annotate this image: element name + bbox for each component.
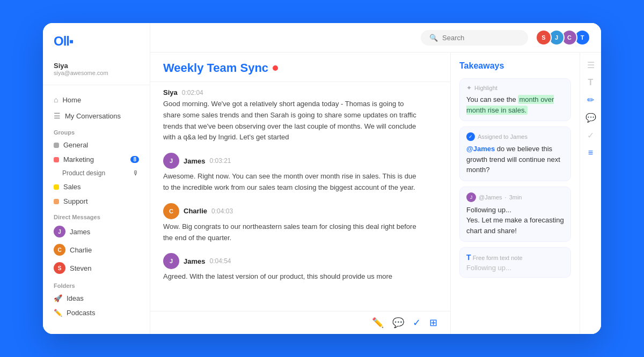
steven-dm-label: Steven [70, 264, 91, 272]
groups-section-title: Groups [43, 124, 150, 138]
sidebar-item-general[interactable]: General [43, 138, 150, 152]
steven-dm-avatar: S [54, 262, 65, 274]
message-sender: Charlie [184, 207, 207, 215]
conversation-panel: Weekly Team Sync Siya 0:02:04 Good morni… [150, 53, 451, 334]
highlight-label-text: Highlight [474, 85, 497, 91]
rt-bullets-icon[interactable]: ≡ [588, 148, 593, 158]
message-header-charlie: C Charlie 0:04:03 [163, 203, 437, 219]
mic-icon: 🎙 [133, 169, 139, 177]
app-container: Oll▪ Siya siya@awesome.com ⌂ Home ☰ My C… [43, 23, 601, 334]
highlight-label-icon: ✦ [466, 84, 472, 92]
james-dm-avatar: J [54, 226, 65, 237]
assigned-text: @James do we believe this growth trend w… [466, 144, 564, 175]
takeaways-panel: Takeaways ✦ Highlight You can see the mo… [451, 53, 580, 334]
dm-item-steven[interactable]: S Steven [43, 259, 150, 277]
chat-toolbar: ✏️ 💬 ✓ ⊞ [150, 311, 450, 334]
message-avatar: C [163, 203, 179, 219]
folder-item-podcasts[interactable]: ✏️ Podcasts [43, 306, 150, 320]
sidebar: Oll▪ Siya siya@awesome.com ⌂ Home ☰ My C… [43, 23, 150, 334]
comment-tool-icon[interactable]: 💬 [392, 317, 404, 329]
message-sender: James [184, 157, 205, 165]
chat-area: Weekly Team Sync Siya 0:02:04 Good morni… [150, 53, 601, 334]
charlie-dm-avatar: C [54, 244, 65, 256]
dm-item-james[interactable]: J James [43, 222, 150, 241]
ideas-label: Ideas [67, 294, 84, 302]
highlight-tool-icon[interactable]: ✏️ [372, 317, 384, 329]
comment-time: 3min [509, 194, 522, 200]
assigned-icon: ✓ [466, 132, 475, 141]
note-label: T Free form text note [466, 253, 564, 262]
sidebar-nav: ⌂ Home ☰ My Conversations Groups General… [43, 85, 150, 326]
highlight-text: You can see the month over month rise in… [466, 94, 564, 115]
message-sender: Siya [163, 88, 178, 96]
mention-james: @James [466, 145, 495, 153]
general-dot [54, 143, 59, 148]
james-dm-label: James [70, 228, 90, 236]
ideas-icon: 🚀 [54, 294, 62, 302]
message-text: Good morning. We've got a relatively sho… [163, 99, 421, 143]
search-icon: 🔍 [429, 34, 438, 42]
folder-item-ideas[interactable]: 🚀 Ideas [43, 291, 150, 306]
conversation-header: Weekly Team Sync [150, 53, 450, 82]
product-design-label: Product design [62, 169, 105, 177]
conversation-title: Weekly Team Sync [163, 61, 437, 75]
folders-section-title: Folders [43, 277, 150, 291]
header-avatars: S J C T [539, 29, 590, 46]
marketing-label: Marketing [63, 155, 94, 163]
message-avatar: J [163, 153, 179, 169]
note-t-icon: T [466, 253, 471, 262]
user-email: siya@awesome.com [54, 70, 139, 76]
rt-check-icon[interactable]: ✓ [587, 130, 594, 140]
takeaway-note-card: T Free form text note Following up... [459, 247, 571, 278]
comment-body: Yes. Let me make a forecasting chart and… [466, 215, 564, 236]
main-content: 🔍 S J C T Weekly Team Sync [150, 23, 601, 334]
conversation-title-text: Weekly Team Sync [163, 61, 268, 75]
podcasts-label: Podcasts [67, 309, 95, 317]
highlight-label: ✦ Highlight [466, 84, 564, 92]
note-label-text: Free form text note [473, 255, 523, 261]
comment-meta: J @James · 3min [466, 192, 564, 202]
sidebar-item-home[interactable]: ⌂ Home [43, 92, 150, 108]
sidebar-item-sales[interactable]: Sales [43, 180, 150, 194]
image-tool-icon[interactable]: ⊞ [429, 317, 437, 329]
sidebar-item-marketing[interactable]: Marketing 8 [43, 152, 150, 167]
rt-highlight-icon[interactable]: ✏ [587, 95, 594, 105]
home-icon: ⌂ [54, 95, 58, 104]
assigned-label-text: Assigned to James [478, 133, 528, 140]
header: 🔍 S J C T [150, 23, 601, 53]
message-time: 0:03:21 [209, 157, 231, 165]
comment-avatar: J [466, 192, 476, 202]
dm-item-charlie[interactable]: C Charlie [43, 241, 150, 259]
sidebar-item-support[interactable]: Support [43, 194, 150, 209]
sidebar-item-product-design[interactable]: Product design 🎙 [43, 167, 150, 180]
note-placeholder[interactable]: Following up... [466, 264, 564, 272]
sales-dot [54, 184, 59, 190]
message-time: 0:02:04 [182, 89, 203, 96]
avatar-1: S [536, 29, 552, 46]
support-dot [54, 199, 59, 204]
podcasts-icon: ✏️ [54, 309, 62, 317]
message-header-james: J James 0:03:21 [163, 153, 437, 169]
rt-comment-icon[interactable]: 💬 [586, 113, 596, 123]
dm-section-title: Direct Messages [43, 209, 150, 222]
right-toolbar: ☰ T ✏ 💬 ✓ ≡ [580, 53, 601, 334]
logo-area: Oll▪ [43, 32, 150, 57]
check-tool-icon[interactable]: ✓ [413, 317, 421, 329]
message-time: 0:04:03 [211, 207, 233, 215]
sidebar-item-home-label: Home [62, 96, 81, 104]
rt-text-icon[interactable]: T [588, 78, 594, 87]
sidebar-item-my-conversations[interactable]: ☰ My Conversations [43, 108, 150, 124]
table-row: Siya 0:02:04 Good morning. We've got a r… [163, 88, 437, 143]
search-bar[interactable]: 🔍 [421, 30, 528, 46]
rt-list-icon[interactable]: ☰ [587, 60, 595, 70]
sidebar-item-my-conversations-label: My Conversations [65, 112, 121, 120]
takeaways-title: Takeaways [459, 61, 571, 71]
sales-label: Sales [63, 183, 81, 191]
comment-author: @James [479, 194, 502, 200]
comment-separator: · [505, 194, 507, 200]
message-header-siya: Siya 0:02:04 [163, 88, 437, 96]
user-info: Siya siya@awesome.com [43, 57, 150, 85]
takeaway-highlight-card: ✦ Highlight You can see the month over m… [459, 78, 571, 121]
comment-text: Following up... [466, 205, 564, 215]
search-input[interactable] [442, 34, 519, 42]
